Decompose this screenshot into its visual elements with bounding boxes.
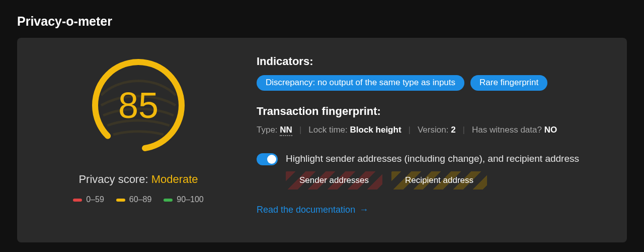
indicator-chip-rare-fingerprint[interactable]: Rare fingerprint [470, 75, 547, 91]
details-section: Indicators: Discrepancy: no output of th… [257, 52, 614, 229]
highlight-toggle-row: Highlight sender addresses (including ch… [257, 152, 614, 165]
privacy-panel: 85 Privacy score: Moderate 0–59 60–89 90… [17, 38, 627, 242]
fp-version: Version: 2 [418, 125, 456, 135]
address-legend-row: Sender addresses Recipient address [286, 171, 614, 190]
score-rating: Moderate [151, 173, 198, 185]
separator: | [409, 125, 411, 135]
legend-pill-red [73, 199, 82, 202]
highlight-toggle[interactable] [257, 153, 278, 165]
score-legend: 0–59 60–89 90–100 [73, 195, 203, 204]
score-value: 85 [118, 85, 158, 126]
documentation-link-text: Read the documentation [257, 205, 355, 215]
legend-pill-green [164, 199, 173, 202]
legend-pill-yellow [116, 199, 125, 202]
arrow-right-icon: → [359, 205, 368, 215]
documentation-link[interactable]: Read the documentation → [257, 205, 614, 215]
fp-type: Type: NN [257, 125, 292, 135]
score-gauge: 85 [88, 55, 189, 156]
separator: | [299, 125, 301, 135]
sender-addresses-swatch: Sender addresses [286, 171, 382, 190]
fp-type-value[interactable]: NN [280, 125, 292, 136]
highlight-toggle-label: Highlight sender addresses (including ch… [286, 152, 579, 165]
score-section: 85 Privacy score: Moderate 0–59 60–89 90… [30, 52, 247, 229]
toggle-knob [267, 155, 276, 164]
score-label: Privacy score: Moderate [78, 173, 198, 186]
legend-high: 90–100 [164, 195, 203, 204]
indicator-chip-discrepancy[interactable]: Discrepancy: no output of the same type … [257, 75, 464, 91]
recipient-address-swatch: Recipient address [391, 171, 487, 190]
fingerprint-row: Type: NN | Lock time: Block height | Ver… [257, 125, 614, 135]
legend-low: 0–59 [73, 195, 104, 204]
fp-lock: Lock time: Block height [308, 125, 401, 135]
score-label-prefix: Privacy score: [78, 173, 151, 185]
fingerprint-heading: Transaction fingerprint: [257, 105, 614, 118]
indicator-chips: Discrepancy: no output of the same type … [257, 75, 614, 91]
fp-witness: Has witness data? NO [472, 125, 557, 135]
separator: | [463, 125, 465, 135]
page-title: Privacy-o-meter [17, 14, 627, 29]
legend-mid: 60–89 [116, 195, 152, 204]
indicators-heading: Indicators: [257, 55, 614, 68]
